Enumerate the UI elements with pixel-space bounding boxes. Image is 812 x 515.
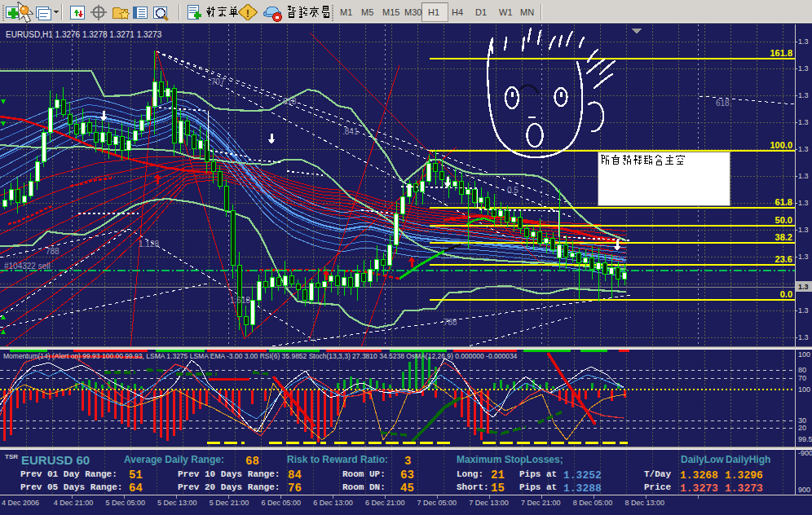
svg-text:M5: M5 (361, 7, 373, 17)
svg-text:99.5: 99.5 (798, 435, 812, 443)
svg-text:Risk to Reward Ratio:: Risk to Reward Ratio: (287, 454, 388, 465)
svg-text:1.3: 1.3 (798, 172, 809, 180)
svg-text:Price: Price (644, 482, 671, 492)
svg-text:3: 3 (404, 455, 411, 468)
svg-text:1.618: 1.618 (230, 296, 250, 305)
svg-text:161.8: 161.8 (770, 48, 792, 58)
svg-text:Prev 01 Day Range:: Prev 01 Day Range: (20, 469, 117, 479)
svg-text:1.3273: 1.3273 (725, 482, 763, 495)
svg-text:7 Dec 21:00: 7 Dec 21:00 (521, 499, 561, 507)
svg-text:5 Dec 05:00: 5 Dec 05:00 (105, 499, 145, 507)
svg-text:1.3: 1.3 (798, 226, 809, 234)
svg-text:1.3296: 1.3296 (725, 469, 763, 482)
svg-text:45: 45 (400, 482, 414, 495)
svg-text:8 Dec 05:00: 8 Dec 05:00 (573, 499, 613, 507)
svg-text:1.3: 1.3 (798, 118, 809, 126)
svg-text:1.3: 1.3 (798, 145, 809, 153)
svg-text:M30: M30 (404, 7, 421, 17)
svg-text:Pips at: Pips at (519, 469, 557, 479)
svg-text:788: 788 (46, 247, 60, 256)
svg-text:T/Day: T/Day (644, 469, 671, 479)
svg-text:1.3: 1.3 (798, 283, 809, 291)
svg-text:20: 20 (798, 424, 806, 432)
svg-text:H4: H4 (452, 7, 463, 17)
svg-text:1.3: 1.3 (798, 253, 809, 261)
svg-text:0.5: 0.5 (507, 186, 519, 195)
svg-text:5 Dec 21:00: 5 Dec 21:00 (210, 499, 249, 507)
svg-text:Room UP:: Room UP: (342, 469, 386, 479)
svg-text:7 Dec 13:00: 7 Dec 13:00 (469, 499, 509, 507)
svg-text:M15: M15 (382, 7, 399, 17)
svg-text:#104322 sell: #104322 sell (4, 262, 51, 271)
svg-text:Short:: Short: (457, 482, 489, 492)
svg-text:1.3288: 1.3288 (563, 482, 602, 495)
svg-text:900: 900 (798, 486, 810, 494)
svg-text:1.3268: 1.3268 (680, 469, 718, 482)
svg-text:84: 84 (288, 469, 302, 482)
svg-text:MN: MN (520, 7, 534, 17)
svg-text:15: 15 (491, 482, 505, 495)
svg-text:618.: 618. (716, 99, 731, 108)
svg-text:5 Dec 13:00: 5 Dec 13:00 (157, 499, 197, 507)
svg-text:1.3: 1.3 (798, 306, 809, 315)
svg-text:M1: M1 (340, 7, 352, 17)
svg-text:4 Dec 21:00: 4 Dec 21:00 (54, 499, 94, 507)
svg-text:Prev 10 Days Range:: Prev 10 Days Range: (178, 469, 280, 479)
svg-text:1.128: 1.128 (139, 240, 159, 249)
svg-text:EURUSD 60: EURUSD 60 (21, 453, 90, 467)
svg-text:100.0: 100.0 (770, 140, 792, 150)
svg-text:TSR: TSR (5, 453, 18, 460)
svg-text:788: 788 (444, 318, 457, 327)
svg-text:100: 100 (798, 350, 810, 359)
svg-text:W1: W1 (499, 7, 513, 17)
svg-text:1.3: 1.3 (798, 199, 809, 207)
svg-text:23.6: 23.6 (775, 254, 792, 264)
svg-text:50.0: 50.0 (775, 215, 792, 225)
svg-text:21: 21 (491, 469, 505, 482)
svg-text:Average Daily Range:: Average Daily Range: (124, 454, 224, 465)
svg-text:61.8: 61.8 (775, 197, 792, 207)
svg-text:D1: D1 (475, 7, 487, 17)
svg-text:0.0: 0.0 (780, 289, 792, 299)
svg-text:4 Dec 2006: 4 Dec 2006 (2, 499, 39, 507)
svg-text:Pips at: Pips at (519, 482, 557, 492)
svg-text:80: 80 (798, 366, 806, 374)
svg-text:Maximum StopLosses;: Maximum StopLosses; (457, 454, 563, 465)
svg-text:68: 68 (245, 455, 259, 468)
svg-text:76: 76 (288, 482, 302, 495)
svg-text:38.2: 38.2 (775, 232, 792, 242)
svg-text:H1: H1 (428, 7, 439, 17)
svg-text:-900: -900 (798, 449, 812, 457)
svg-text:DailyHigh: DailyHigh (726, 454, 770, 465)
svg-text:618: 618 (283, 97, 297, 106)
svg-text:1.3: 1.3 (798, 64, 809, 73)
svg-text:1.3273: 1.3273 (680, 482, 718, 495)
svg-text:Prev 20 Days Range:: Prev 20 Days Range: (178, 482, 280, 492)
svg-text:64: 64 (129, 482, 143, 495)
svg-text:1.3: 1.3 (798, 91, 809, 99)
svg-text:1.3252: 1.3252 (563, 469, 602, 482)
svg-text:6 Dec 13:00: 6 Dec 13:00 (313, 499, 353, 507)
svg-text:1.3: 1.3 (798, 37, 809, 46)
svg-text:100: 100 (798, 385, 810, 394)
svg-text:63: 63 (400, 469, 414, 482)
svg-text:7 Dec 05:00: 7 Dec 05:00 (417, 499, 457, 507)
svg-text:.707: .707 (209, 77, 225, 86)
svg-text:1.3: 1.3 (798, 333, 809, 341)
svg-text:6 Dec 05:00: 6 Dec 05:00 (262, 499, 302, 507)
svg-text:Room DN:: Room DN: (342, 482, 386, 492)
svg-text:8 Dec 13:00: 8 Dec 13:00 (624, 499, 664, 507)
svg-text:!: ! (246, 7, 249, 20)
svg-text:.841: .841 (342, 127, 359, 136)
svg-text:Prev 05 Days Range:: Prev 05 Days Range: (20, 482, 122, 492)
svg-text:Long:: Long: (457, 469, 483, 479)
svg-text:6 Dec 21:00: 6 Dec 21:00 (365, 499, 405, 507)
svg-text:DailyLow: DailyLow (681, 454, 724, 465)
svg-text:EURUSD,H1 1.3276 1.3278 1.327: EURUSD,H1 1.3276 1.3278 1.3271 1.3273 (6, 30, 162, 39)
svg-text:51: 51 (129, 469, 143, 482)
svg-text:70: 70 (798, 374, 806, 382)
svg-text:Momentum(14) (Alert on) 99.93: Momentum(14) (Alert on) 99.93 100.00 99.… (3, 352, 518, 360)
